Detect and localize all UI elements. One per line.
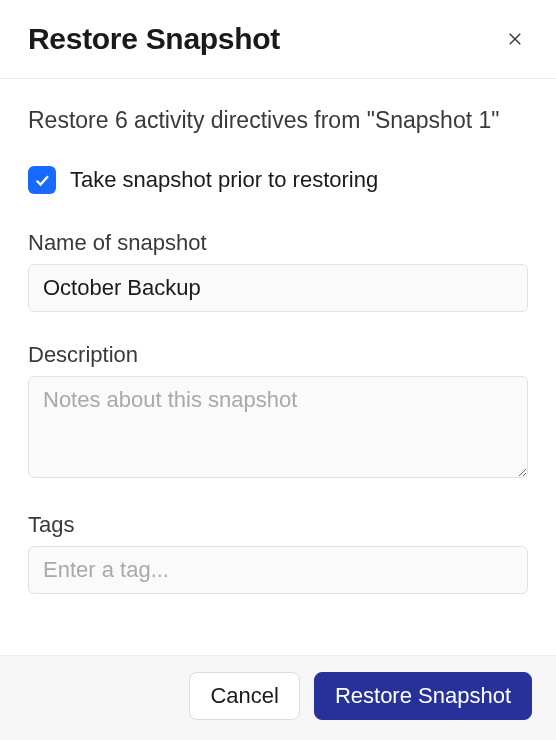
description-input[interactable]: [28, 376, 528, 478]
take-snapshot-label[interactable]: Take snapshot prior to restoring: [70, 167, 378, 193]
snapshot-name-label: Name of snapshot: [28, 230, 528, 256]
take-snapshot-checkbox[interactable]: [28, 166, 56, 194]
close-icon: [506, 30, 524, 48]
tags-input[interactable]: [28, 546, 528, 594]
snapshot-name-input[interactable]: [28, 264, 528, 312]
dialog-body: Restore 6 activity directives from "Snap…: [0, 79, 556, 655]
snapshot-name-field: Name of snapshot: [28, 230, 528, 312]
cancel-button[interactable]: Cancel: [189, 672, 299, 720]
restore-snapshot-button[interactable]: Restore Snapshot: [314, 672, 532, 720]
dialog-header: Restore Snapshot: [0, 0, 556, 79]
dialog-subtitle: Restore 6 activity directives from "Snap…: [28, 105, 528, 136]
close-button[interactable]: [502, 26, 528, 52]
tags-field: Tags: [28, 512, 528, 594]
dialog-title: Restore Snapshot: [28, 22, 280, 56]
tags-label: Tags: [28, 512, 528, 538]
take-snapshot-checkbox-row: Take snapshot prior to restoring: [28, 166, 528, 194]
description-label: Description: [28, 342, 528, 368]
dialog-footer: Cancel Restore Snapshot: [0, 655, 556, 740]
check-icon: [33, 171, 51, 189]
description-field: Description: [28, 342, 528, 482]
